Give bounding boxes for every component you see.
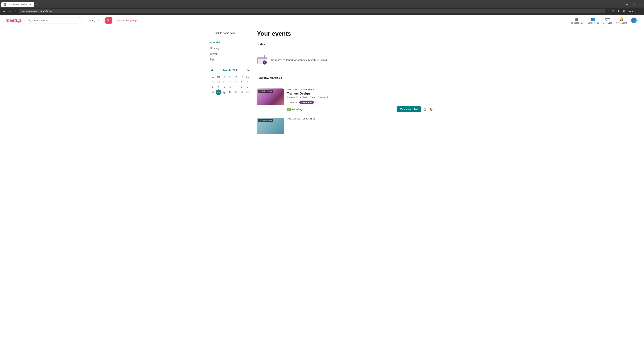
search-icon: 🔍 — [27, 19, 31, 22]
address-bar[interactable]: meetup.com/your-events/?rse=1 — [19, 9, 606, 13]
back-arrow-icon: ← — [210, 31, 212, 34]
browser-icons: ☆ ⧉ ⬇ ▣ Incognito ⋮ — [606, 9, 642, 13]
cal-day[interactable]: 14 — [233, 89, 239, 95]
tab-close-button[interactable]: ✕ — [30, 3, 32, 6]
calendar-next-button[interactable]: ▶ — [247, 68, 250, 72]
search-bar[interactable]: 🔍 — [24, 17, 82, 23]
pro-dashboard-label: Pro Dashboard — [570, 22, 584, 24]
section-divider — [257, 48, 434, 48]
cal-day-event[interactable]: 12 — [222, 89, 227, 95]
notifications-label: Notifications — [616, 22, 627, 24]
cal-day-today[interactable]: 11 — [216, 89, 221, 95]
incognito-label: Incognito — [628, 10, 636, 12]
connections-icon: 👥 — [591, 17, 595, 21]
device-button[interactable]: ▣ — [622, 9, 626, 13]
attending-check-icon: ✅ — [287, 107, 291, 111]
cal-day[interactable]: 2 — [245, 80, 250, 84]
event-meta-1: 1 attendee Event host — [287, 100, 434, 104]
cal-day[interactable]: 8 — [239, 85, 244, 89]
sidebar-item-attending[interactable]: Attending — [210, 41, 250, 44]
event-thumbnail-2[interactable]: 📷 Online Event — [257, 118, 284, 134]
pro-dashboard-icon: ▦ — [575, 17, 578, 21]
messages-link[interactable]: 💬 Messages — [603, 17, 612, 24]
bookmark-button-1[interactable]: 🔖 — [428, 107, 434, 112]
cal-day[interactable]: 25 — [210, 80, 216, 84]
today-section-label: Today — [257, 42, 434, 46]
back-to-home-link[interactable]: ← Back to home page — [210, 31, 250, 34]
main-layout: ← Back to home page Attending Hosting Sa… — [204, 26, 440, 146]
cal-day[interactable]: 26 — [216, 80, 221, 84]
event-card-2: 📷 Online Event TUE, MAR 12 · 10:00 PM CS… — [257, 115, 434, 137]
site-header: meetup 🔍 Dover, DE 🔍 Start a new group ▦… — [0, 15, 644, 26]
cal-day[interactable]: 15 — [239, 89, 244, 95]
tab-title: Your Events | Meetup — [8, 3, 28, 6]
day-header-th: Th — [233, 75, 239, 79]
cal-day[interactable]: 13 — [228, 89, 233, 95]
event-thumbnail-1[interactable]: 📷 Online Event — [257, 88, 284, 105]
day-header-sa: Sa — [244, 75, 250, 79]
browser-chrome: m Your Events | Meetup ✕ + ─ ▭ ✕ ◀ ▶ ↺ m… — [0, 0, 644, 15]
event-details-2: TUE, MAR 12 · 10:00 PM CST — [287, 118, 434, 121]
event-name-1[interactable]: Trainers Design — [287, 92, 434, 95]
day-header-fr: Fr — [239, 75, 244, 79]
event-group-1: Creative Circle Meetup Group • Chicago, … — [287, 96, 434, 98]
calendar-header: ◀ March 2024 ▶ — [210, 68, 250, 72]
cal-day[interactable]: 3 — [210, 85, 216, 89]
avatar-dropdown-icon: ▾ — [638, 19, 639, 22]
page-title: Your events — [257, 30, 434, 37]
cal-day[interactable]: 6 — [228, 85, 233, 89]
bookmark-star-button[interactable]: ☆ — [606, 9, 610, 13]
cal-day[interactable]: 29 — [233, 80, 239, 84]
cal-day[interactable]: 9 — [245, 85, 250, 89]
meetup-logo[interactable]: meetup — [5, 18, 21, 23]
bookmark-icon: 🔖 — [429, 107, 433, 111]
new-tab-button[interactable]: + — [34, 1, 39, 7]
avatar-area[interactable]: ▾ — [631, 17, 639, 23]
messages-label: Messages — [603, 22, 612, 24]
cal-day[interactable]: 16 — [245, 89, 250, 95]
start-new-group-link[interactable]: Start a new group — [117, 19, 136, 22]
sidebar-item-past[interactable]: Past — [210, 58, 250, 61]
location-display[interactable]: Dover, DE — [85, 19, 102, 22]
maximize-button[interactable]: ▭ — [630, 2, 636, 7]
calendar-days-header: Su Mo Tu We Th Fr Sa — [210, 75, 250, 79]
online-badge-label: Online Event — [262, 90, 272, 92]
event-attendees-1: 1 attendee — [287, 101, 297, 104]
sidebar-item-hosting[interactable]: Hosting — [210, 47, 250, 50]
cal-day[interactable]: 7 — [233, 85, 239, 89]
sidebar-item-saved[interactable]: Saved — [210, 52, 250, 55]
sidebar: ← Back to home page Attending Hosting Sa… — [210, 30, 250, 142]
calendar-prev-button[interactable]: ◀ — [210, 68, 213, 72]
day-header-tu: Tu — [222, 75, 227, 79]
search-input[interactable] — [32, 19, 79, 22]
cal-day[interactable]: 5 — [222, 85, 227, 89]
connections-link[interactable]: 👥 Connections — [588, 17, 599, 24]
extensions-button[interactable]: ⧉ — [612, 9, 615, 13]
notifications-link[interactable]: 🔔 Notifications — [616, 17, 627, 24]
active-tab[interactable]: m Your Events | Meetup ✕ — [1, 2, 34, 7]
cal-day[interactable]: 1 — [239, 80, 244, 84]
reload-button[interactable]: ↺ — [13, 9, 18, 13]
share-button-1[interactable]: ⎙ — [423, 107, 426, 112]
cal-day[interactable]: 10 — [210, 89, 216, 95]
svg-rect-1 — [258, 57, 267, 59]
download-button[interactable]: ⬇ — [617, 9, 620, 13]
forward-button[interactable]: ▶ — [8, 9, 12, 13]
main-nav: ▦ Pro Dashboard 👥 Connections 💬 Messages… — [570, 17, 639, 24]
search-submit-button[interactable]: 🔍 — [105, 17, 112, 24]
browser-tabs: m Your Events | Meetup ✕ + ─ ▭ ✕ — [0, 0, 644, 7]
menu-button[interactable]: ⋮ — [638, 9, 642, 13]
event-datetime-2: TUE, MAR 12 · 10:00 PM CST — [287, 118, 434, 120]
search-submit-icon: 🔍 — [107, 18, 110, 22]
cal-day[interactable]: 28 — [228, 80, 233, 84]
cal-day[interactable]: 27 — [222, 80, 227, 84]
pro-dashboard-link[interactable]: ▦ Pro Dashboard — [570, 17, 584, 24]
event-actions-1: ✅ Attending View event chat ⎙ 🔖 — [287, 106, 434, 112]
notifications-icon: 🔔 — [619, 17, 624, 21]
minimize-button[interactable]: ─ — [624, 2, 629, 6]
cal-day[interactable]: 4 — [216, 85, 221, 89]
view-event-chat-button-1[interactable]: View event chat — [397, 106, 421, 112]
close-button[interactable]: ✕ — [638, 2, 643, 7]
back-button[interactable]: ◀ — [2, 9, 6, 13]
calendar-days: 25 26 27 28 29 1 2 3 4 5 6 7 8 9 10 11 1 — [210, 80, 250, 95]
